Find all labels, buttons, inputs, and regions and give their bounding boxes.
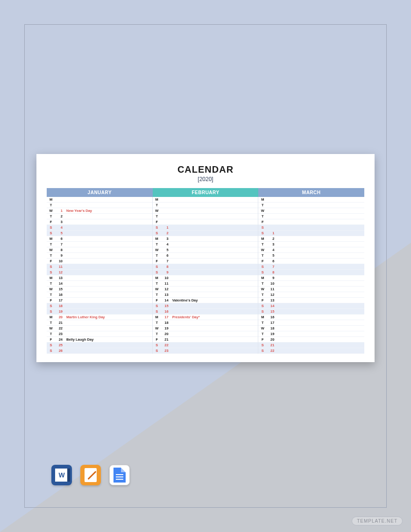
calendar-row: T (258, 203, 364, 208)
day-of-week: W (258, 248, 267, 252)
calendar-row: T5 (258, 253, 364, 259)
day-number: 3 (161, 237, 170, 241)
calendar-row: S16 (153, 309, 258, 315)
day-of-week: T (47, 203, 55, 207)
event-label: Martin Luther King Day (64, 315, 152, 319)
day-of-week: S (153, 225, 161, 230)
day-number: 13 (267, 298, 276, 302)
day-of-week: F (153, 220, 161, 224)
day-number: 6 (55, 237, 64, 241)
day-number: 11 (267, 287, 276, 291)
day-number: 13 (161, 293, 170, 297)
calendar-row: M16 (258, 315, 364, 320)
calendar-row: S15 (258, 309, 364, 315)
day-of-week: T (258, 332, 267, 336)
day-number: 12 (267, 293, 276, 297)
calendar-row: T6 (153, 253, 258, 259)
calendar-row: T23 (47, 331, 152, 337)
calendar-row: W12 (153, 287, 258, 292)
day-of-week: F (47, 337, 55, 342)
calendar-row: S8 (258, 270, 364, 275)
day-number: 12 (55, 270, 64, 274)
day-of-week: S (47, 343, 55, 347)
day-of-week: T (258, 293, 267, 297)
day-of-week: S (153, 343, 161, 347)
calendar-row: T (258, 214, 364, 219)
day-of-week: S (47, 349, 55, 353)
calendar-row: T20 (153, 331, 258, 337)
day-number: 19 (267, 332, 276, 336)
day-number: 6 (267, 259, 276, 263)
day-number: 14 (161, 298, 170, 302)
day-number: 20 (267, 337, 276, 342)
calendar-row: W19 (153, 326, 258, 331)
calendar-row: W15 (47, 287, 152, 292)
month-header: MARCH (258, 188, 364, 197)
calendar-row: F6 (258, 259, 364, 264)
day-number: 17 (161, 315, 170, 319)
calendar-row: W4 (258, 247, 364, 253)
calendar-row: T21 (47, 320, 152, 326)
calendar-row: M9 (258, 275, 364, 281)
calendar-row: T13 (153, 292, 258, 298)
day-number: 21 (55, 321, 64, 325)
day-number: 15 (267, 309, 276, 314)
calendar-row: M (258, 197, 364, 203)
day-of-week: W (47, 248, 55, 252)
calendar-row: T4 (153, 242, 258, 247)
calendar-row: M (153, 197, 258, 203)
day-number: 8 (267, 270, 276, 274)
event-label: New Year's Day (64, 209, 152, 213)
calendar-row: S25 (47, 343, 152, 348)
calendar-row: M (47, 197, 152, 203)
day-number: 10 (55, 259, 64, 263)
month-header: FEBRUARY (153, 188, 259, 197)
event-label: Belly Laugh Day (64, 337, 152, 342)
event-label: Valentine's Day (170, 298, 258, 302)
day-of-week: S (258, 343, 267, 347)
day-number: 17 (267, 321, 276, 325)
calendar-row: M3 (153, 236, 258, 242)
day-number: 19 (55, 309, 64, 314)
calendar-row: T3 (258, 242, 364, 247)
day-of-week: W (258, 209, 267, 213)
calendar-row: W22 (47, 326, 152, 331)
calendar-row: S1 (153, 225, 258, 231)
calendar-row: T19 (258, 331, 364, 337)
doc-year: [2020] (47, 176, 364, 182)
calendar-row: T (153, 214, 258, 219)
day-of-week: F (258, 337, 267, 342)
calendar-row: T14 (47, 281, 152, 287)
day-number: 6 (161, 253, 170, 258)
day-of-week: S (47, 231, 55, 235)
day-number: 2 (267, 237, 276, 241)
calendar-row: F13 (258, 298, 364, 303)
calendar-row: W5 (153, 247, 258, 253)
day-of-week: W (153, 209, 161, 213)
calendar-row: W (153, 208, 258, 214)
day-of-week: T (47, 321, 55, 325)
google-docs-icon (109, 465, 130, 485)
day-of-week: W (47, 209, 55, 213)
day-number: 12 (161, 287, 170, 291)
calendar-row: S2 (153, 231, 258, 236)
calendar-row: T17 (258, 320, 364, 326)
pages-icon (80, 465, 101, 485)
day-number: 2 (161, 231, 170, 235)
calendar-row: M20Martin Luther King Day (47, 315, 152, 320)
day-of-week: T (153, 214, 161, 218)
month-column: MARCHMTWTFSS1M2T3W4T5F6S7S8M9T10W11T12F1… (258, 188, 364, 354)
day-of-week: W (47, 287, 55, 291)
day-of-week: T (153, 242, 161, 246)
calendar-row: S5 (47, 231, 152, 236)
day-number: 8 (161, 265, 170, 269)
day-of-week: F (47, 259, 55, 263)
day-number: 9 (161, 270, 170, 274)
day-of-week: T (258, 214, 267, 218)
calendar-row: S15 (153, 303, 258, 309)
day-number: 9 (55, 253, 64, 258)
month-body: MTWTFSS1M2T3W4T5F6S7S8M9T10W11T12F13S14S… (258, 197, 364, 354)
calendar-row: T2 (47, 214, 152, 219)
calendar-row: S18 (47, 303, 152, 309)
day-number: 15 (55, 287, 64, 291)
